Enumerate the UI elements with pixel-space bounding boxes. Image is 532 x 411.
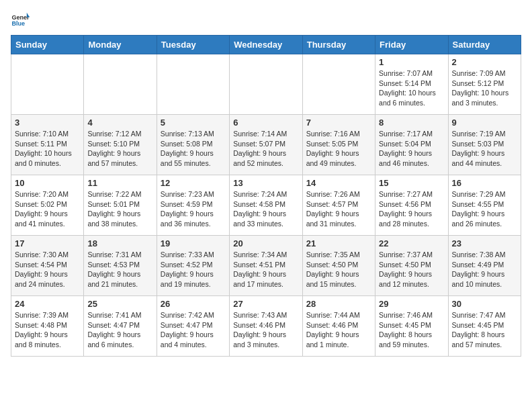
weekday-header: Friday [375, 36, 448, 54]
day-number: 3 [15, 118, 80, 128]
day-info: Sunrise: 7:19 AM Sunset: 5:03 PM Dayligh… [452, 129, 517, 169]
calendar-cell [302, 54, 375, 115]
day-number: 27 [233, 299, 298, 309]
calendar-cell: 30Sunrise: 7:47 AM Sunset: 4:45 PM Dayli… [448, 296, 521, 357]
day-info: Sunrise: 7:39 AM Sunset: 4:48 PM Dayligh… [15, 310, 80, 350]
calendar-cell [230, 54, 302, 115]
day-number: 18 [87, 238, 152, 248]
calendar-cell: 11Sunrise: 7:22 AM Sunset: 5:01 PM Dayli… [84, 175, 157, 236]
calendar-cell: 19Sunrise: 7:33 AM Sunset: 4:52 PM Dayli… [157, 236, 229, 296]
weekday-header-row: SundayMondayTuesdayWednesdayThursdayFrid… [11, 36, 521, 54]
calendar-cell: 17Sunrise: 7:30 AM Sunset: 4:54 PM Dayli… [11, 236, 84, 296]
page-header: General Blue [11, 11, 521, 30]
day-number: 28 [306, 299, 371, 309]
day-number: 26 [161, 299, 226, 309]
day-info: Sunrise: 7:29 AM Sunset: 4:55 PM Dayligh… [452, 189, 517, 229]
calendar-cell: 18Sunrise: 7:31 AM Sunset: 4:53 PM Dayli… [84, 236, 157, 296]
calendar-week-row: 10Sunrise: 7:20 AM Sunset: 5:02 PM Dayli… [11, 175, 521, 236]
calendar-cell: 26Sunrise: 7:42 AM Sunset: 4:47 PM Dayli… [157, 296, 229, 357]
calendar-week-row: 17Sunrise: 7:30 AM Sunset: 4:54 PM Dayli… [11, 236, 521, 296]
day-number: 14 [306, 178, 371, 188]
day-number: 13 [233, 178, 298, 188]
day-number: 7 [306, 118, 371, 128]
calendar-cell: 21Sunrise: 7:35 AM Sunset: 4:50 PM Dayli… [302, 236, 375, 296]
day-info: Sunrise: 7:17 AM Sunset: 5:04 PM Dayligh… [379, 129, 444, 169]
day-number: 11 [87, 178, 152, 188]
day-number: 15 [379, 178, 444, 188]
day-info: Sunrise: 7:07 AM Sunset: 5:14 PM Dayligh… [379, 68, 444, 108]
calendar-cell: 13Sunrise: 7:24 AM Sunset: 4:58 PM Dayli… [230, 175, 302, 236]
calendar-cell [84, 54, 157, 115]
weekday-header: Saturday [448, 36, 521, 54]
day-info: Sunrise: 7:37 AM Sunset: 4:50 PM Dayligh… [379, 250, 444, 289]
day-number: 4 [87, 118, 152, 128]
calendar-cell: 1Sunrise: 7:07 AM Sunset: 5:14 PM Daylig… [375, 54, 448, 115]
calendar-cell [11, 54, 84, 115]
calendar-week-row: 24Sunrise: 7:39 AM Sunset: 4:48 PM Dayli… [11, 296, 521, 357]
calendar-cell: 27Sunrise: 7:43 AM Sunset: 4:46 PM Dayli… [230, 296, 302, 357]
calendar-week-row: 3Sunrise: 7:10 AM Sunset: 5:11 PM Daylig… [11, 115, 521, 175]
calendar-cell: 2Sunrise: 7:09 AM Sunset: 5:12 PM Daylig… [448, 54, 521, 115]
day-number: 2 [452, 57, 517, 67]
calendar-cell: 29Sunrise: 7:46 AM Sunset: 4:45 PM Dayli… [375, 296, 448, 357]
calendar-cell: 9Sunrise: 7:19 AM Sunset: 5:03 PM Daylig… [448, 115, 521, 175]
calendar-cell: 14Sunrise: 7:26 AM Sunset: 4:57 PM Dayli… [302, 175, 375, 236]
day-info: Sunrise: 7:27 AM Sunset: 4:56 PM Dayligh… [379, 189, 444, 229]
day-info: Sunrise: 7:20 AM Sunset: 5:02 PM Dayligh… [15, 189, 80, 229]
logo-icon: General Blue [11, 11, 30, 30]
day-number: 16 [452, 178, 517, 188]
day-number: 24 [15, 299, 80, 309]
day-info: Sunrise: 7:34 AM Sunset: 4:51 PM Dayligh… [233, 250, 298, 289]
day-number: 10 [15, 178, 80, 188]
day-info: Sunrise: 7:12 AM Sunset: 5:10 PM Dayligh… [87, 129, 152, 169]
calendar-cell: 12Sunrise: 7:23 AM Sunset: 4:59 PM Dayli… [157, 175, 229, 236]
calendar-cell [157, 54, 229, 115]
calendar-cell: 10Sunrise: 7:20 AM Sunset: 5:02 PM Dayli… [11, 175, 84, 236]
calendar-cell: 25Sunrise: 7:41 AM Sunset: 4:47 PM Dayli… [84, 296, 157, 357]
calendar-cell: 16Sunrise: 7:29 AM Sunset: 4:55 PM Dayli… [448, 175, 521, 236]
calendar-cell: 24Sunrise: 7:39 AM Sunset: 4:48 PM Dayli… [11, 296, 84, 357]
calendar-cell: 5Sunrise: 7:13 AM Sunset: 5:08 PM Daylig… [157, 115, 229, 175]
day-info: Sunrise: 7:46 AM Sunset: 4:45 PM Dayligh… [379, 310, 444, 350]
logo: General Blue [11, 11, 32, 30]
day-number: 30 [452, 299, 517, 309]
day-info: Sunrise: 7:42 AM Sunset: 4:47 PM Dayligh… [161, 310, 226, 350]
day-number: 8 [379, 118, 444, 128]
weekday-header: Monday [84, 36, 157, 54]
day-number: 25 [87, 299, 152, 309]
calendar-cell: 15Sunrise: 7:27 AM Sunset: 4:56 PM Dayli… [375, 175, 448, 236]
day-info: Sunrise: 7:13 AM Sunset: 5:08 PM Dayligh… [161, 129, 226, 169]
weekday-header: Wednesday [230, 36, 302, 54]
calendar-cell: 20Sunrise: 7:34 AM Sunset: 4:51 PM Dayli… [230, 236, 302, 296]
day-info: Sunrise: 7:23 AM Sunset: 4:59 PM Dayligh… [161, 189, 226, 229]
weekday-header: Thursday [302, 36, 375, 54]
weekday-header: Sunday [11, 36, 84, 54]
calendar-cell: 23Sunrise: 7:38 AM Sunset: 4:49 PM Dayli… [448, 236, 521, 296]
day-number: 22 [379, 238, 444, 248]
day-info: Sunrise: 7:47 AM Sunset: 4:45 PM Dayligh… [452, 310, 517, 350]
day-info: Sunrise: 7:30 AM Sunset: 4:54 PM Dayligh… [15, 250, 80, 289]
calendar-cell: 8Sunrise: 7:17 AM Sunset: 5:04 PM Daylig… [375, 115, 448, 175]
day-number: 12 [161, 178, 226, 188]
day-number: 17 [15, 238, 80, 248]
day-number: 9 [452, 118, 517, 128]
calendar-cell: 28Sunrise: 7:44 AM Sunset: 4:46 PM Dayli… [302, 296, 375, 357]
day-number: 21 [306, 238, 371, 248]
day-number: 23 [452, 238, 517, 248]
day-info: Sunrise: 7:26 AM Sunset: 4:57 PM Dayligh… [306, 189, 371, 229]
day-info: Sunrise: 7:41 AM Sunset: 4:47 PM Dayligh… [87, 310, 152, 350]
day-number: 19 [161, 238, 226, 248]
day-info: Sunrise: 7:10 AM Sunset: 5:11 PM Dayligh… [15, 129, 80, 169]
day-number: 20 [233, 238, 298, 248]
day-number: 6 [233, 118, 298, 128]
day-info: Sunrise: 7:09 AM Sunset: 5:12 PM Dayligh… [452, 68, 517, 108]
day-info: Sunrise: 7:16 AM Sunset: 5:05 PM Dayligh… [306, 129, 371, 169]
day-info: Sunrise: 7:35 AM Sunset: 4:50 PM Dayligh… [306, 250, 371, 289]
calendar-cell: 7Sunrise: 7:16 AM Sunset: 5:05 PM Daylig… [302, 115, 375, 175]
calendar-cell: 6Sunrise: 7:14 AM Sunset: 5:07 PM Daylig… [230, 115, 302, 175]
day-info: Sunrise: 7:44 AM Sunset: 4:46 PM Dayligh… [306, 310, 371, 350]
day-info: Sunrise: 7:14 AM Sunset: 5:07 PM Dayligh… [233, 129, 298, 169]
day-info: Sunrise: 7:31 AM Sunset: 4:53 PM Dayligh… [87, 250, 152, 289]
day-number: 1 [379, 57, 444, 67]
day-number: 29 [379, 299, 444, 309]
